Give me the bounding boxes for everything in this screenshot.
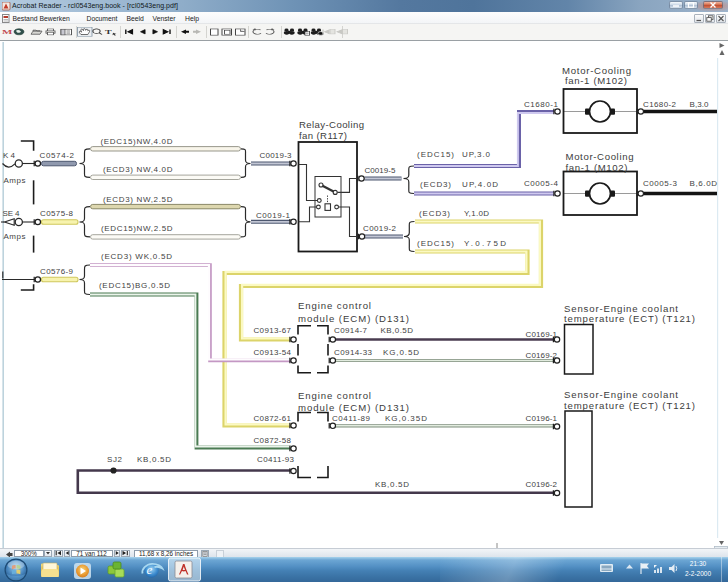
svg-text:C0411-93: C0411-93	[257, 455, 295, 464]
svg-text:KB,0.5D: KB,0.5D	[381, 326, 414, 335]
svg-text:(ECD3) NW,4.0D: (ECD3) NW,4.0D	[103, 165, 173, 174]
svg-text:T: T	[105, 29, 112, 36]
svg-text:C0169-1: C0169-1	[526, 330, 558, 339]
svg-text:C1680-1: C1680-1	[524, 100, 559, 109]
svg-text:Sensor-Engine coolant: Sensor-Engine coolant	[564, 389, 678, 400]
svg-text:C0872-61: C0872-61	[254, 414, 292, 423]
svg-text:C0005-3: C0005-3	[643, 179, 678, 188]
svg-text:C0019-2: C0019-2	[363, 224, 397, 233]
svg-text:Relay-Cooling: Relay-Cooling	[299, 119, 364, 130]
svg-text:C0019-3: C0019-3	[260, 151, 293, 160]
svg-text:C0914-7: C0914-7	[334, 326, 368, 335]
svg-text:C0019-5: C0019-5	[365, 166, 397, 175]
svg-text:UP,4.0D: UP,4.0D	[462, 180, 498, 189]
svg-text:Amps: Amps	[4, 176, 26, 185]
svg-text:Y,1.0D: Y,1.0D	[464, 209, 489, 218]
svg-text:(EDC15)BG,0.5D: (EDC15)BG,0.5D	[99, 281, 170, 290]
svg-text:(ECD3) NW,2.5D: (ECD3) NW,2.5D	[103, 195, 173, 204]
svg-text:KB,0.5D: KB,0.5D	[137, 455, 171, 464]
svg-text:C0574-2: C0574-2	[40, 151, 75, 160]
svg-text:C0196-1: C0196-1	[526, 414, 558, 423]
svg-text:(EDC15): (EDC15)	[417, 150, 454, 159]
svg-text:C0914-33: C0914-33	[334, 348, 373, 357]
svg-text:fan-1 (M102): fan-1 (M102)	[566, 162, 628, 173]
svg-text:K 4: K 4	[3, 151, 16, 160]
svg-text:Motor-Cooling: Motor-Cooling	[562, 65, 631, 76]
svg-text:SE 4: SE 4	[3, 209, 21, 218]
svg-text:C0575-8: C0575-8	[40, 209, 74, 218]
svg-text:module (ECM) (D131): module (ECM) (D131)	[298, 402, 409, 413]
svg-text:Engine control: Engine control	[298, 300, 371, 311]
svg-text:Sensor-Engine coolant: Sensor-Engine coolant	[564, 303, 678, 314]
svg-text:fan-1 (M102): fan-1 (M102)	[565, 75, 627, 86]
svg-text:(ECD3): (ECD3)	[420, 180, 451, 189]
svg-text:C0576-9: C0576-9	[40, 267, 74, 276]
svg-text:KG,0.5D: KG,0.5D	[383, 348, 419, 357]
svg-text:Amps: Amps	[4, 232, 26, 241]
svg-text:(EDC15)NW,4.0D: (EDC15)NW,4.0D	[101, 137, 173, 146]
svg-text:C0005-4: C0005-4	[524, 179, 559, 188]
svg-text:UP,3.0: UP,3.0	[462, 150, 491, 159]
svg-text:temperature (ECT) (T121): temperature (ECT) (T121)	[564, 400, 695, 411]
svg-text:M: M	[2, 28, 13, 35]
svg-text:(ECD3) WK,0.5D: (ECD3) WK,0.5D	[101, 252, 172, 261]
svg-text:Motor-Cooling: Motor-Cooling	[566, 151, 634, 162]
svg-text:C0913-54: C0913-54	[254, 348, 292, 357]
svg-text:SJ2: SJ2	[107, 455, 123, 464]
svg-text:C0196-2: C0196-2	[526, 480, 558, 489]
svg-text:C1680-2: C1680-2	[643, 100, 677, 109]
svg-text:Y.0.75D: Y.0.75D	[464, 239, 506, 248]
svg-text:C0019-1: C0019-1	[256, 211, 291, 220]
svg-text:(EDC15)NW,2.5D: (EDC15)NW,2.5D	[101, 224, 173, 233]
svg-text:module (ECM) (D131): module (ECM) (D131)	[298, 313, 409, 324]
svg-text:C0411-89: C0411-89	[332, 414, 371, 423]
svg-text:B,3.0: B,3.0	[690, 100, 710, 109]
svg-text:(EDC15): (EDC15)	[417, 239, 454, 248]
svg-text:KB,0.5D: KB,0.5D	[375, 480, 409, 489]
svg-text:temperature (ECT) (T121): temperature (ECT) (T121)	[564, 313, 695, 324]
svg-text:C0913-67: C0913-67	[254, 326, 292, 335]
svg-text:C0169-2: C0169-2	[526, 351, 558, 360]
svg-text:Engine control: Engine control	[298, 390, 371, 401]
svg-text:(ECD3): (ECD3)	[419, 209, 450, 218]
svg-text:fan (R117): fan (R117)	[299, 130, 347, 141]
svg-text:KG,0.35D: KG,0.35D	[385, 414, 427, 423]
svg-text:B,6.0D: B,6.0D	[690, 179, 718, 188]
svg-text:C0872-58: C0872-58	[254, 436, 292, 445]
